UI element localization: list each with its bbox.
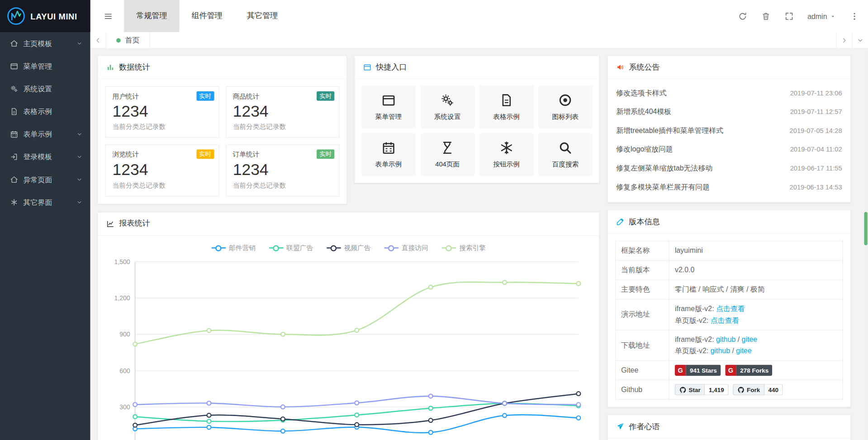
chevron-down-icon: [76, 199, 82, 205]
version-title: 版本信息: [629, 217, 660, 227]
quick-link-5[interactable]: 404页面: [421, 133, 474, 176]
notice-row-5[interactable]: 修复多模块菜单栏展开有问题2019-06-13 14:53: [616, 178, 842, 197]
legend-item-3[interactable]: 直接访问: [384, 243, 428, 253]
more-menu-icon[interactable]: [850, 11, 859, 21]
report-chart-card: 报表统计 邮件营销联盟广告视频广告直接访问搜索引擎 03006009001,20…: [97, 212, 599, 440]
notice-row-4[interactable]: 修复左侧菜单缩放tab无法移动2019-06-17 11:55: [616, 159, 842, 178]
file-icon: [499, 93, 514, 107]
sidebar-item-2[interactable]: 系统设置: [0, 77, 90, 100]
stats-title: 数据统计: [119, 62, 150, 72]
scrollbar[interactable]: [863, 48, 868, 440]
fullscreen-icon[interactable]: [784, 11, 794, 21]
quick-link-7[interactable]: 百度搜索: [538, 133, 592, 176]
bullhorn-icon: [616, 63, 624, 71]
tab-home-label: 首页: [125, 35, 140, 45]
sidebar-item-7[interactable]: 其它界面: [0, 191, 90, 213]
app-logo[interactable]: LAYUI MINI: [0, 0, 90, 32]
sidebar-item-0[interactable]: 主页模板: [0, 32, 90, 55]
window-icon: [381, 93, 396, 107]
quick-link-4[interactable]: 表单示例: [361, 133, 415, 176]
realtime-badge: 实时: [196, 150, 214, 159]
quick-link-label: 404页面: [435, 160, 460, 169]
notice-row-1[interactable]: 新增系统404模板2019-07-11 12:57: [616, 102, 842, 121]
notice-text: 新增系统404模板: [616, 107, 671, 117]
chevron-down-icon: [76, 176, 82, 182]
gitee-forks-badge[interactable]: G278 Forks: [725, 365, 772, 376]
tab-scroll-right-icon[interactable]: [836, 32, 852, 48]
author-card: 作者心语 本模板基于layui2.5.4以及font-awesome-4.7.0…: [607, 415, 851, 440]
sidebar-item-1[interactable]: 菜单管理: [0, 55, 90, 77]
snowflake-icon: [499, 140, 514, 155]
sidebar-item-label: 表格示例: [23, 107, 82, 117]
sidebar-item-label: 主页模板: [23, 38, 76, 48]
user-dropdown[interactable]: admin: [807, 12, 836, 20]
download-link-single-github[interactable]: github: [711, 346, 730, 355]
sidebar-item-label: 登录模板: [23, 152, 76, 162]
tab-home[interactable]: 首页: [106, 32, 150, 48]
github-fork-badge[interactable]: Fork440: [733, 384, 783, 395]
notice-text: 新增treetable插件和菜单管理样式: [616, 126, 723, 136]
username: admin: [807, 12, 827, 20]
quick-link-3[interactable]: 图标列表: [538, 86, 592, 128]
svg-text:900: 900: [119, 331, 130, 338]
sidebar-item-5[interactable]: 登录模板: [0, 146, 90, 168]
notice-row-3[interactable]: 修改logo缩放问题2019-07-04 11:02: [616, 140, 842, 159]
github-star-badge[interactable]: Star1,419: [675, 384, 729, 395]
gitee-stars-badge[interactable]: G941 Stars: [675, 365, 721, 376]
version-label: 框架名称: [615, 241, 669, 260]
version-value-name: layuimini: [669, 241, 843, 260]
scrollbar-thumb[interactable]: [864, 212, 868, 245]
legend-item-4[interactable]: 搜索引擎: [441, 243, 486, 253]
header-tab-2[interactable]: 其它管理: [235, 0, 290, 32]
sidebar-item-6[interactable]: 异常页面: [0, 168, 90, 191]
stat-value: 1234: [112, 102, 212, 121]
paper-plane-icon: [616, 422, 624, 431]
sidebar-item-label: 菜单管理: [23, 61, 82, 71]
table-row: 演示地址 iframe版-v2: 点击查看 单页版-v2: 点击查看: [615, 299, 843, 330]
clear-cache-icon[interactable]: [761, 11, 770, 21]
download-link-iframe-gitee[interactable]: gitee: [742, 335, 758, 343]
sidebar-item-4[interactable]: 表单示例: [0, 123, 90, 146]
quick-link-0[interactable]: 菜单管理: [361, 86, 415, 128]
download-link-single-gitee[interactable]: gitee: [736, 346, 752, 355]
legend-line-icon: [269, 245, 283, 251]
legend-item-0[interactable]: 邮件营销: [211, 243, 256, 253]
report-title: 报表统计: [119, 219, 150, 229]
door-icon: [10, 153, 18, 161]
version-label: 下载地址: [615, 330, 669, 361]
sidebar-item-label: 异常页面: [23, 175, 76, 185]
app-window: LAYUI MINI 主页模板菜单管理系统设置表格示例表单示例登录模板异常页面其…: [0, 0, 868, 440]
dot-circle-icon: [558, 93, 573, 107]
collapse-sidebar-icon[interactable]: [104, 11, 113, 21]
quick-link-label: 菜单管理: [375, 112, 402, 122]
quick-link-2[interactable]: 表格示例: [479, 86, 533, 128]
tab-operations-icon[interactable]: [852, 32, 868, 48]
download-link-iframe-github[interactable]: github: [716, 335, 735, 343]
quick-link-6[interactable]: 按钮示例: [479, 133, 533, 176]
header-tab-0[interactable]: 常规管理: [124, 0, 179, 32]
github-fork-count: 440: [764, 384, 783, 395]
header-tab-1[interactable]: 组件管理: [180, 0, 235, 32]
version-label: 主要特色: [615, 280, 669, 299]
stat-desc: 当前分类总记录数: [233, 181, 332, 190]
demo-link-single[interactable]: 点击查看: [711, 316, 740, 324]
refresh-icon[interactable]: [738, 11, 747, 21]
sidebar-item-3[interactable]: 表格示例: [0, 100, 90, 123]
quick-link-1[interactable]: 系统设置: [421, 86, 474, 128]
download-prefix-1: iframe版-v2:: [675, 335, 716, 343]
home-icon: [10, 175, 18, 184]
notice-text: 修复多模块菜单栏展开有问题: [616, 182, 710, 192]
demo-link-iframe[interactable]: 点击查看: [716, 305, 745, 313]
legend-item-2[interactable]: 视频广告: [326, 243, 370, 253]
realtime-badge: 实时: [317, 150, 334, 159]
tab-scroll-left-icon[interactable]: [90, 32, 106, 48]
sidebar: LAYUI MINI 主页模板菜单管理系统设置表格示例表单示例登录模板异常页面其…: [0, 0, 90, 440]
notice-row-2[interactable]: 新增treetable插件和菜单管理样式2019-07-05 14:28: [616, 121, 842, 140]
notice-text: 修复左侧菜单缩放tab无法移动: [616, 163, 712, 173]
hourglass-icon: [440, 140, 455, 155]
legend-label: 视频广告: [344, 243, 371, 253]
demo-cell: iframe版-v2: 点击查看 单页版-v2: 点击查看: [669, 299, 843, 330]
notice-row-0[interactable]: 修改选项卡样式2019-07-11 23:06: [616, 84, 842, 103]
window-icon: [10, 62, 18, 70]
legend-item-1[interactable]: 联盟广告: [269, 243, 313, 253]
